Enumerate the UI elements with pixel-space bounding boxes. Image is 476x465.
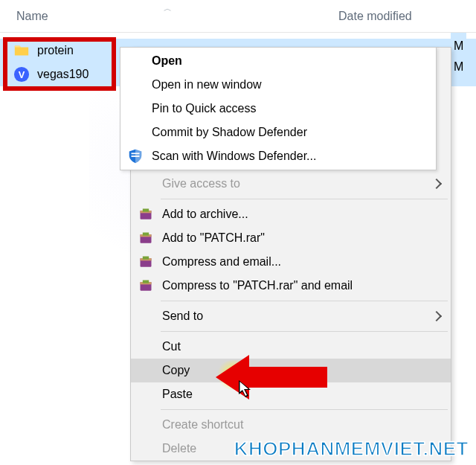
winrar-icon xyxy=(137,277,155,295)
menu-item-paste[interactable]: Paste xyxy=(131,382,451,406)
svg-rect-3 xyxy=(132,155,140,157)
sort-indicator-icon: ︿ xyxy=(164,3,172,14)
menu-item-commit-shadow-defender[interactable]: Commit by Shadow Defender xyxy=(120,121,436,144)
winrar-icon xyxy=(137,253,155,271)
svg-rect-12 xyxy=(143,257,149,260)
menu-separator xyxy=(161,199,448,199)
menu-item-open-new-window[interactable]: Open in new window xyxy=(120,73,436,97)
svg-text:V: V xyxy=(19,69,25,80)
menu-item-compress-patch-email[interactable]: Compress to "PATCH.rar" and email xyxy=(131,274,451,298)
menu-item-open[interactable]: Open xyxy=(120,49,436,73)
winrar-icon xyxy=(137,229,155,247)
column-header-row: Name ︿ Date modified xyxy=(0,0,476,33)
context-menu[interactable]: Open Open in new window Pin to Quick acc… xyxy=(130,47,451,461)
menu-item-add-to-patch-rar[interactable]: Add to "PATCH.rar" xyxy=(131,226,451,250)
file-name-label: protein xyxy=(37,44,74,57)
context-menu-top-group: Open Open in new window Pin to Quick acc… xyxy=(120,47,437,170)
column-name-header[interactable]: Name xyxy=(0,10,167,23)
menu-item-add-to-archive[interactable]: Add to archive... xyxy=(131,202,451,226)
svg-rect-6 xyxy=(143,209,149,212)
menu-separator xyxy=(161,331,448,332)
menu-item-send-to[interactable]: Send to xyxy=(131,304,451,328)
menu-item-pin-quick-access[interactable]: Pin to Quick access xyxy=(120,97,436,121)
menu-item-delete[interactable]: Delete xyxy=(131,437,451,461)
menu-item-compress-email[interactable]: Compress and email... xyxy=(131,250,451,274)
menu-item-give-access-to[interactable]: Give access to xyxy=(131,172,451,196)
svg-rect-9 xyxy=(143,233,149,236)
file-name-label: vegas190 xyxy=(37,68,89,81)
column-date-header[interactable]: Date modified xyxy=(167,10,412,23)
date-column-peek: M M xyxy=(451,33,466,80)
menu-separator xyxy=(161,301,448,301)
winrar-icon xyxy=(137,205,155,223)
menu-item-scan-defender[interactable]: Scan with Windows Defender... xyxy=(120,144,436,168)
menu-item-copy[interactable]: Copy xyxy=(131,359,451,382)
vegas-icon: V xyxy=(13,66,30,83)
menu-item-cut[interactable]: Cut xyxy=(131,335,451,359)
menu-separator xyxy=(161,409,448,410)
svg-rect-2 xyxy=(132,153,140,154)
svg-rect-15 xyxy=(143,280,149,283)
menu-item-create-shortcut[interactable]: Create shortcut xyxy=(131,413,451,437)
defender-shield-icon xyxy=(126,147,144,165)
folder-icon xyxy=(13,42,30,59)
